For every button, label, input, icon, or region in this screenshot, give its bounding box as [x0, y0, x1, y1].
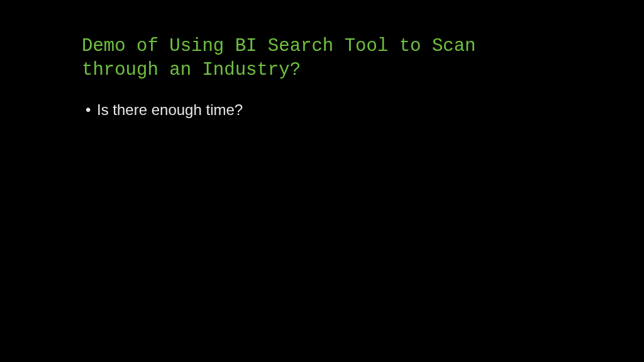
bullet-item: Is there enough time? [97, 99, 562, 121]
slide-container: Demo of Using BI Search Tool to Scan thr… [0, 0, 644, 362]
bullet-list: Is there enough time? [82, 99, 562, 121]
slide-title: Demo of Using BI Search Tool to Scan thr… [82, 35, 562, 82]
